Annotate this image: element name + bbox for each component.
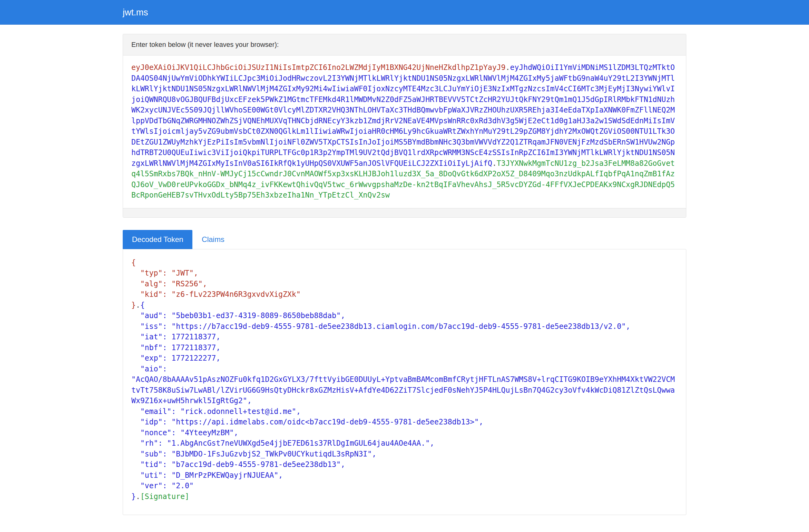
token-entry-panel: Enter token below (it never leaves your …	[123, 34, 686, 218]
token-entry-label: Enter token below (it never leaves your …	[131, 41, 279, 48]
app-header: jwt.ms	[0, 0, 809, 25]
token-input[interactable]: eyJ0eXAiOiJKV1QiLCJhbGciOiJSUzI1NiIsImtp…	[131, 62, 678, 201]
brand-link[interactable]: jwt.ms	[123, 0, 148, 25]
token-entry-footer	[123, 208, 686, 217]
token-entry-heading: Enter token below (it never leaves your …	[123, 34, 686, 55]
decoded-token-view: { "typ": "JWT", "alg": "RS256", "kid": "…	[131, 258, 678, 502]
decoded-token-panel: { "typ": "JWT", "alg": "RS256", "kid": "…	[123, 249, 686, 515]
tab-decoded-token[interactable]: Decoded Token	[123, 230, 192, 249]
main-content: Enter token below (it never leaves your …	[123, 34, 686, 515]
tab-claims[interactable]: Claims	[192, 230, 234, 249]
result-tabs: Decoded Token Claims	[123, 230, 686, 249]
token-input-area[interactable]: eyJ0eXAiOiJKV1QiLCJhbGciOiJSUzI1NiIsImtp…	[123, 55, 686, 208]
